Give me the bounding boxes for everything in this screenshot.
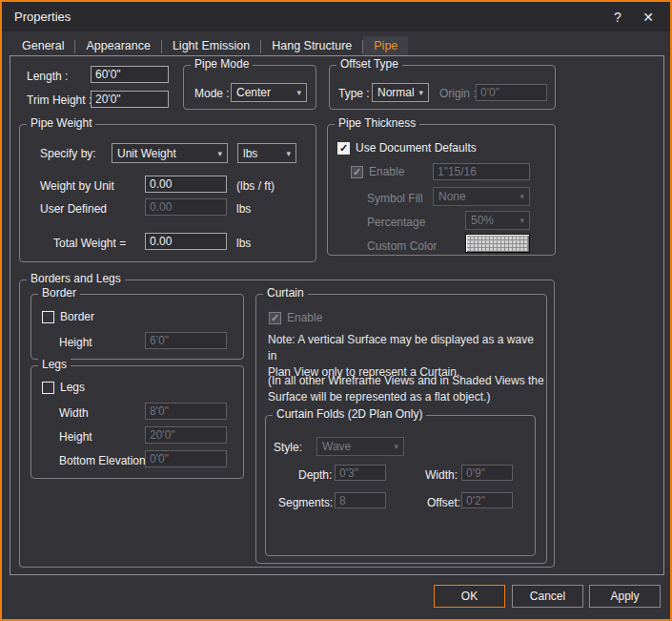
weight-unit-dropdown[interactable]: lbs ▾	[237, 143, 296, 163]
trim-height-label: Trim Height :	[27, 93, 92, 107]
title-bar: Properties ? ✕	[2, 2, 670, 31]
total-weight-field[interactable]	[145, 233, 227, 250]
offset-type-label: Type :	[338, 87, 370, 100]
pipe-thickness-legend: Pipe Thickness	[335, 116, 419, 130]
user-defined-field	[145, 198, 227, 216]
apply-button[interactable]: Apply	[589, 585, 661, 608]
border-group: Border	[31, 294, 244, 360]
dropdown-arrow-icon: ▾	[217, 149, 222, 158]
specify-by-label: Specify by:	[40, 147, 96, 160]
percentage-dropdown: 50% ▾	[465, 211, 530, 230]
weight-by-unit-units: (lbs / ft)	[236, 179, 275, 193]
checkbox-check-icon	[42, 382, 54, 394]
fold-offset-label: Offset:	[427, 496, 460, 509]
segments-label: Segments:	[278, 496, 333, 509]
checkbox-check-icon: ✓	[269, 312, 281, 324]
style-label: Style:	[274, 441, 302, 454]
mode-dropdown[interactable]: Center ▾	[231, 83, 307, 102]
fold-width-label: Width:	[425, 468, 458, 482]
depth-label: Depth:	[298, 468, 332, 482]
percentage-label: Percentage	[367, 216, 425, 229]
segments-field	[335, 492, 386, 508]
weight-by-unit-field[interactable]	[145, 176, 227, 193]
symbol-fill-label: Symbol Fill	[367, 192, 423, 205]
legs-checkbox[interactable]: Legs	[42, 381, 85, 394]
tab-bar: General Appearance Light Emission Hang S…	[11, 36, 408, 56]
offset-type-dropdown[interactable]: Normal ▾	[372, 83, 429, 102]
curtain-folds-legend: Curtain Folds (2D Plan Only)	[273, 407, 426, 421]
border-height-label: Height	[59, 336, 92, 349]
total-weight-label: Total Weight =	[53, 237, 126, 250]
total-weight-units: lbs	[236, 237, 251, 250]
use-document-defaults-checkbox[interactable]: ✓ Use Document Defaults	[337, 141, 477, 155]
checkbox-check-icon: ✓	[351, 166, 363, 178]
properties-dialog: Properties ? ✕ General Appearance Light …	[0, 0, 672, 621]
legs-height-label: Height	[59, 430, 92, 444]
tab-hang-structure[interactable]: Hang Structure	[261, 36, 362, 56]
length-field[interactable]	[91, 66, 169, 83]
tab-pipe[interactable]: Pipe	[363, 36, 408, 56]
dropdown-arrow-icon: ▾	[519, 216, 524, 225]
user-defined-label: User Defined	[40, 202, 107, 216]
border-legend: Border	[38, 286, 80, 300]
origin-label: Origin :	[439, 87, 477, 100]
specify-by-dropdown[interactable]: Unit Weight ▾	[112, 143, 228, 163]
bottom-elevation-field	[145, 450, 227, 467]
thickness-value-field	[433, 163, 530, 180]
legs-height-field	[145, 426, 227, 444]
help-icon[interactable]: ?	[607, 8, 628, 27]
cancel-button[interactable]: Cancel	[512, 585, 583, 608]
dropdown-arrow-icon: ▾	[394, 442, 398, 451]
fold-width-field	[461, 465, 513, 481]
fold-offset-field	[461, 492, 513, 508]
depth-field	[335, 465, 386, 481]
curtain-note-2: (In all other Wireframe Views and in Sha…	[268, 373, 544, 405]
custom-color-swatch[interactable]	[465, 234, 530, 253]
curtain-legend: Curtain	[263, 286, 308, 300]
ok-button[interactable]: OK	[434, 585, 505, 608]
custom-color-label: Custom Color	[367, 239, 437, 253]
offset-type-legend: Offset Type	[336, 57, 402, 71]
close-icon[interactable]: ✕	[638, 8, 659, 27]
legs-legend: Legs	[38, 358, 71, 371]
style-dropdown: Wave ▾	[316, 437, 404, 456]
origin-field	[476, 84, 547, 101]
dropdown-arrow-icon: ▾	[519, 192, 524, 201]
mode-label: Mode :	[194, 87, 230, 100]
weight-by-unit-label: Weight by Unit	[40, 179, 114, 193]
legs-width-label: Width	[59, 406, 89, 420]
dropdown-arrow-icon: ▾	[418, 88, 423, 97]
legs-width-field	[145, 403, 227, 420]
border-height-field	[145, 332, 227, 349]
thickness-enable-checkbox: ✓ Enable	[351, 165, 404, 178]
curtain-enable-checkbox: ✓ Enable	[269, 311, 322, 324]
dropdown-arrow-icon: ▾	[286, 149, 291, 158]
checkbox-check-icon: ✓	[337, 142, 350, 155]
border-checkbox[interactable]: Border	[42, 310, 94, 323]
symbol-fill-dropdown: None ▾	[433, 187, 530, 206]
trim-height-field[interactable]	[91, 91, 169, 108]
borders-and-legs-legend: Borders and Legs	[27, 272, 125, 285]
pipe-mode-legend: Pipe Mode	[191, 57, 253, 71]
bottom-elevation-label: Bottom Elevation	[59, 454, 146, 467]
tab-light-emission[interactable]: Light Emission	[162, 36, 260, 56]
user-defined-units: lbs	[236, 202, 251, 216]
tab-appearance[interactable]: Appearance	[75, 36, 160, 56]
length-label: Length :	[27, 70, 68, 83]
dropdown-arrow-icon: ▾	[296, 88, 301, 97]
window-title: Properties	[14, 10, 71, 24]
tab-general[interactable]: General	[11, 36, 74, 56]
pipe-weight-legend: Pipe Weight	[27, 116, 95, 130]
checkbox-check-icon	[42, 311, 54, 323]
